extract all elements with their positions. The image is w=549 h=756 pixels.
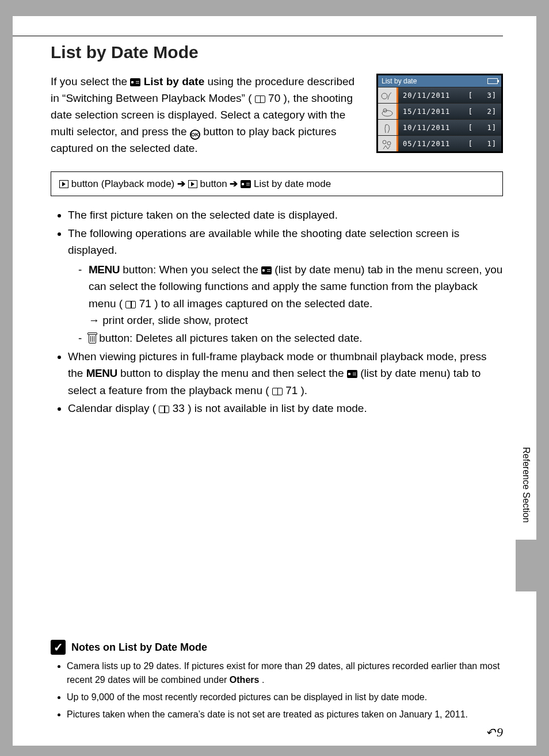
count: [ 1] xyxy=(468,124,497,132)
list-item: The first picture taken on the selected … xyxy=(68,207,503,223)
ref: 71 xyxy=(285,384,298,396)
list-item: When viewing pictures in full-frame play… xyxy=(68,348,503,399)
intro-section: If you select the List by date using the… xyxy=(51,74,503,156)
t: . xyxy=(262,675,264,685)
n: 3 xyxy=(487,91,492,100)
n: 1 xyxy=(487,140,492,148)
arrow-icon: ➔ xyxy=(230,178,238,189)
thumbnail-icon xyxy=(378,136,396,151)
list-item: MENU button: When you select the (list b… xyxy=(78,261,503,329)
menu-button-label: MENU xyxy=(89,264,120,276)
playback-icon xyxy=(188,180,197,188)
date: 15/11/2011 xyxy=(403,108,450,116)
side-tab-divider xyxy=(516,540,536,591)
count: [ 1] xyxy=(468,140,497,148)
svg-point-3 xyxy=(383,140,386,144)
t: Calendar display ( xyxy=(68,402,156,414)
sub-list: MENU button: When you select the (list b… xyxy=(68,261,503,347)
book-ref-icon xyxy=(255,96,265,103)
intro-paragraph: If you select the List by date using the… xyxy=(51,74,366,156)
screen-header: List by date xyxy=(378,75,501,87)
notes-heading: ✓ Notes on List by Date Mode xyxy=(51,640,503,655)
date-cell: 20/11/2011 [ 3] xyxy=(396,87,501,103)
ref: 71 xyxy=(139,297,151,310)
list-item: button: Deletes all pictures taken on th… xyxy=(78,330,503,346)
date-cell: 10/11/2011 [ 1] xyxy=(396,120,501,135)
thumbnail-icon xyxy=(378,104,396,119)
notes-list: Camera lists up to 29 dates. If pictures… xyxy=(51,659,503,721)
list-by-date-icon xyxy=(347,370,357,378)
section-link-icon: ↶ xyxy=(486,726,495,739)
page-title: List by Date Mode xyxy=(51,43,503,62)
screen-row: 15/11/2011 [ 2] xyxy=(378,103,501,119)
manual-page: List by Date Mode If you select the List… xyxy=(13,16,536,746)
t: ). xyxy=(301,384,308,396)
notes-section: ✓ Notes on List by Date Mode Camera list… xyxy=(51,640,503,725)
screen-row: 10/11/2011 [ 1] xyxy=(378,119,501,135)
ref: 70 xyxy=(268,92,280,104)
navigation-path-box: button (Playback mode) ➔ button ➔ List b… xyxy=(51,171,503,196)
check-icon: ✓ xyxy=(51,640,66,655)
t: Camera lists up to 29 dates. If pictures… xyxy=(67,661,500,685)
playback-icon xyxy=(59,180,68,188)
screen-row: 20/11/2011 [ 3] xyxy=(378,87,501,103)
list-item: Calendar display ( 33 ) is not available… xyxy=(68,400,503,417)
list-item: Pictures taken when the camera’s date is… xyxy=(67,708,503,721)
n: 1 xyxy=(487,124,492,132)
t: button xyxy=(200,178,230,189)
screen-title: List by date xyxy=(382,77,417,85)
bold-label: List by date xyxy=(144,75,205,87)
count: [ 3] xyxy=(468,91,497,100)
date-cell: 05/11/2011 [ 1] xyxy=(396,136,501,151)
bold: Others xyxy=(230,675,260,685)
date: 05/11/2011 xyxy=(403,140,450,148)
list-by-date-icon xyxy=(241,180,251,188)
battery-icon xyxy=(487,78,498,84)
ok-button-icon: OK xyxy=(190,129,200,140)
side-tab-label: Reference Section xyxy=(516,430,536,540)
page-number-value: 9 xyxy=(497,725,503,740)
date-cell: 15/11/2011 [ 2] xyxy=(396,104,501,119)
t: → print order, slide show, protect xyxy=(89,314,248,326)
menu-button-label: MENU xyxy=(86,367,117,379)
t: List by date mode xyxy=(254,178,331,189)
date: 20/11/2011 xyxy=(403,91,450,100)
t: The following operations are available w… xyxy=(68,227,459,256)
book-ref-icon xyxy=(159,406,169,413)
book-ref-icon xyxy=(125,301,136,308)
camera-screen-illustration: List by date 20/11/2011 [ 3] 15/11/2011 … xyxy=(376,74,503,153)
t: ) is not available in list by date mode. xyxy=(188,402,367,414)
list-item: Up to 9,000 of the most recently recorde… xyxy=(67,690,503,704)
page-number: ↶ 9 xyxy=(486,725,503,740)
thumbnail-icon xyxy=(378,120,396,135)
list-item: The following operations are available w… xyxy=(68,225,503,347)
t: ) to all images captured on the selected… xyxy=(154,297,372,310)
date: 10/11/2011 xyxy=(403,124,450,132)
n: 2 xyxy=(487,108,492,116)
thumbnail-icon xyxy=(378,87,396,103)
t: button to display the menu and then sele… xyxy=(120,367,347,379)
t: button: When you select the xyxy=(123,264,261,276)
ref: 33 xyxy=(173,402,185,414)
screen-row: 05/11/2011 [ 1] xyxy=(378,135,501,151)
arrow-icon: ➔ xyxy=(177,178,185,189)
list-item: Camera lists up to 29 dates. If pictures… xyxy=(67,659,503,687)
list-by-date-icon xyxy=(130,78,140,86)
notes-title: Notes on List by Date Mode xyxy=(71,642,207,654)
main-bullet-list: The first picture taken on the selected … xyxy=(51,207,503,417)
trash-icon xyxy=(89,334,96,343)
t: button (Playback mode) xyxy=(71,178,177,189)
t: button: Deletes all pictures taken on th… xyxy=(99,332,362,344)
list-by-date-icon xyxy=(261,266,272,274)
count: [ 2] xyxy=(468,108,497,116)
t: If you select the xyxy=(51,75,130,87)
svg-point-0 xyxy=(382,93,387,99)
header-rule xyxy=(13,36,503,36)
svg-point-4 xyxy=(387,142,391,145)
book-ref-icon xyxy=(272,388,283,395)
